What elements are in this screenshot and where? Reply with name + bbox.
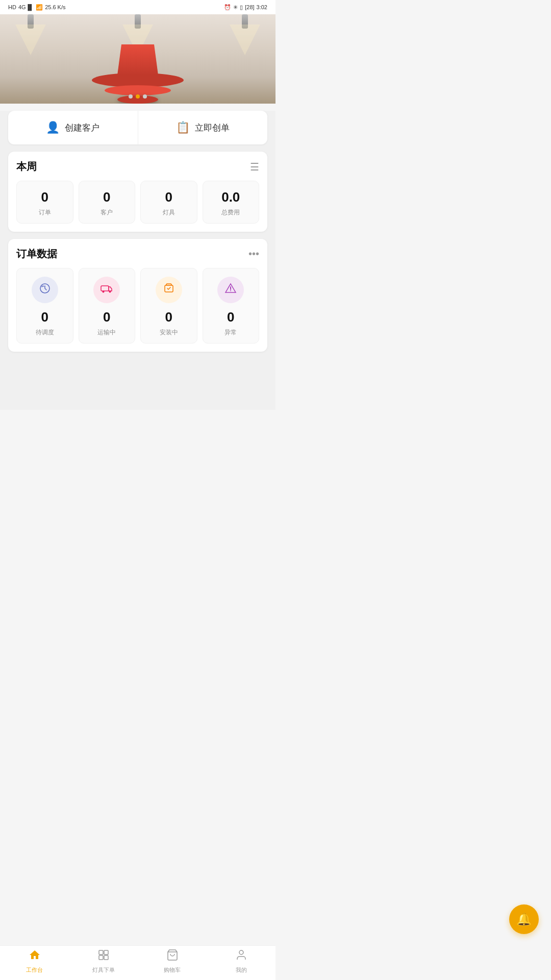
alarm-icon: ⏰	[224, 4, 231, 11]
status-right: ⏰ ✳ ▯ [28] 3:02	[224, 4, 267, 11]
battery-icon: [28]	[245, 4, 254, 10]
svg-point-2	[109, 291, 111, 293]
orders-number: 0	[21, 189, 69, 205]
dot-2-active[interactable]	[136, 94, 140, 99]
pending-icon-wrapper	[32, 277, 58, 303]
stat-lights: 0 灯具	[140, 181, 197, 224]
spotlight-left	[15, 14, 46, 55]
create-order-label: 立即创单	[195, 122, 230, 134]
pending-label: 待调度	[21, 328, 69, 337]
cost-label: 总费用	[207, 208, 255, 217]
banner-dots	[129, 94, 147, 99]
order-stats-grid: 0 待调度 0 运输中	[16, 268, 259, 344]
create-order-button[interactable]: 📋 立即创单	[138, 111, 268, 144]
main-content: 👤 创建客户 📋 立即创单 本周 ☰ 0 订单 0 客户 0 灯具	[0, 111, 276, 410]
svg-point-4	[230, 290, 231, 291]
create-customer-label: 创建客户	[65, 122, 99, 134]
more-icon[interactable]: •••	[248, 248, 259, 260]
installing-label: 安装中	[145, 328, 193, 337]
lights-label: 灯具	[145, 208, 193, 217]
banner	[0, 14, 276, 104]
dot-3[interactable]	[143, 94, 147, 99]
spotlight-right	[230, 14, 260, 55]
banner-stage	[0, 14, 276, 104]
svg-point-1	[103, 291, 105, 293]
speed-text: 25.6 K/s	[45, 4, 65, 10]
transit-icon-wrapper	[93, 277, 120, 303]
create-customer-button[interactable]: 👤 创建客户	[8, 111, 138, 144]
status-bar: HD 4G▐▌ 📶 25.6 K/s ⏰ ✳ ▯ [28] 3:02	[0, 0, 276, 14]
abnormal-number: 0	[207, 309, 255, 325]
pending-icon	[39, 282, 51, 298]
abnormal-label: 异常	[207, 328, 255, 337]
wifi-icon: 📶	[36, 4, 43, 11]
stats-grid: 0 订单 0 客户 0 灯具 0.0 总费用	[16, 181, 259, 224]
network-icon: 4G▐▌	[18, 4, 34, 10]
podium-mid	[105, 85, 171, 95]
installing-icon-wrapper	[156, 277, 182, 303]
bluetooth-icon: ✳	[233, 4, 238, 11]
pending-number: 0	[21, 309, 69, 325]
order-title: 订单数据	[16, 247, 57, 261]
installing-number: 0	[145, 309, 193, 325]
stat-pending[interactable]: 0 待调度	[16, 268, 73, 344]
customers-number: 0	[83, 189, 131, 205]
installing-icon	[163, 282, 175, 298]
stat-installing[interactable]: 0 安装中	[140, 268, 197, 344]
lights-number: 0	[145, 189, 193, 205]
transit-label: 运输中	[83, 328, 131, 337]
abnormal-icon-wrapper	[217, 277, 244, 303]
stat-total-cost: 0.0 总费用	[203, 181, 260, 224]
stat-abnormal[interactable]: 0 异常	[203, 268, 260, 344]
weekly-section: 本周 ☰ 0 订单 0 客户 0 灯具 0.0 总费用	[8, 152, 267, 232]
time-text: 3:02	[257, 4, 267, 10]
customer-icon: 👤	[46, 121, 60, 134]
stat-orders: 0 订单	[16, 181, 73, 224]
signal-icon: HD	[8, 4, 16, 10]
weekly-title: 本周	[16, 160, 37, 174]
screen-icon: ▯	[240, 4, 243, 11]
weekly-header: 本周 ☰	[16, 160, 259, 174]
order-header: 订单数据 •••	[16, 247, 259, 261]
stat-customers: 0 客户	[79, 181, 136, 224]
svg-rect-0	[101, 286, 109, 291]
dot-1[interactable]	[129, 94, 133, 99]
transit-number: 0	[83, 309, 131, 325]
quick-actions: 👤 创建客户 📋 立即创单	[8, 111, 267, 144]
carpet	[117, 44, 158, 75]
cost-number: 0.0	[207, 189, 255, 205]
menu-icon[interactable]: ☰	[250, 161, 259, 173]
orders-label: 订单	[21, 208, 69, 217]
customers-label: 客户	[83, 208, 131, 217]
abnormal-icon	[224, 282, 237, 298]
order-icon: 📋	[176, 121, 190, 134]
stat-transit[interactable]: 0 运输中	[79, 268, 136, 344]
status-left: HD 4G▐▌ 📶 25.6 K/s	[8, 4, 66, 11]
order-section: 订单数据 ••• 0 待调度	[8, 239, 267, 352]
transit-icon	[101, 282, 113, 298]
